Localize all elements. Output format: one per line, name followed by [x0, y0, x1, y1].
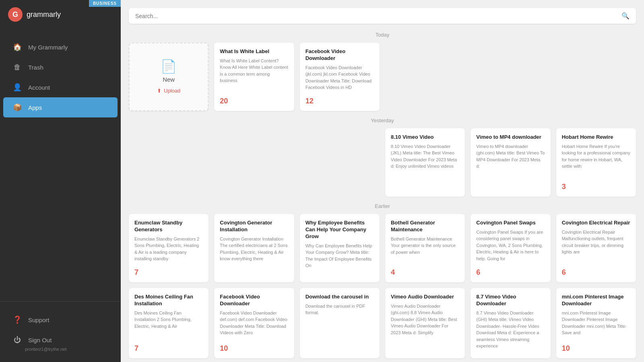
section-yesterday: Yesterday	[129, 117, 636, 123]
earlier-grid-row1: Enumclaw Standby Generators Enumclaw Sta…	[129, 214, 636, 282]
earlier-card-0[interactable]: Enumclaw Standby Generators Enumclaw Sta…	[129, 214, 208, 282]
business-badge: BUSINESS	[89, 0, 121, 7]
yesterday-card-2[interactable]: Hobart Home Rewire Hobart Home Rewire If…	[556, 128, 636, 197]
new-label: New	[163, 76, 175, 83]
earlier-card-3[interactable]: Bothell Generator Maintenance Bothell Ge…	[385, 214, 465, 282]
card-title: Facebook Video Downloader	[220, 294, 288, 307]
card-body: Covington Panel Swaps If you are conside…	[476, 229, 545, 265]
earlier-card-1[interactable]: Covington Generator Installation Covingt…	[214, 214, 294, 282]
sidebar-label-trash: Trash	[28, 64, 43, 71]
card-count: 7	[134, 268, 203, 277]
card-body: Des Moines Ceiling Fan Installation 2 So…	[134, 310, 203, 341]
upload-button[interactable]: ⬆ Today Upload	[157, 88, 180, 94]
today-card-0[interactable]: What Is White Label What Is White Label …	[214, 43, 294, 111]
card-body: Bothell Generator Maintenance Your gener…	[391, 236, 459, 265]
card-body: Covington Generator Installation The cer…	[220, 236, 288, 274]
today-card-1[interactable]: Facebook Video Downloader Facebook Video…	[300, 43, 380, 111]
card-title: Vimeo to MP4 downloader	[476, 134, 545, 141]
sidebar-item-support[interactable]: ❓ Support	[3, 310, 118, 330]
sidebar-nav: 🏠 My Grammarly 🗑 Trash 👤 Account 📦 Apps	[0, 29, 121, 301]
earlier-card-r2-5[interactable]: mni.com Pinterest Image Downloader mni.c…	[556, 288, 636, 358]
card-title: Bothell Generator Maintenance	[391, 220, 459, 233]
card-title: Hobart Home Rewire	[562, 134, 630, 141]
earlier-card-4[interactable]: Covington Panel Swaps Covington Panel Sw…	[471, 214, 550, 282]
card-body: Download the carousel in PDF format.	[305, 303, 374, 350]
sidebar-item-account[interactable]: 👤 Account	[3, 77, 118, 97]
sidebar-label-account: Account	[28, 84, 50, 91]
card-body: Facebook Video Downloader def.com) def.c…	[220, 310, 288, 341]
earlier-card-r2-3[interactable]: Vimeo Audio Downloader Vimeo Audio Downl…	[385, 288, 465, 358]
sidebar-label-support: Support	[28, 317, 50, 323]
new-card[interactable]: 📄 New ⬆ Today Upload	[129, 43, 208, 111]
section-earlier: Earlier	[129, 203, 636, 209]
new-document-icon: 📄	[161, 60, 177, 73]
sidebar-bottom: ❓ Support ⏻ Sign Out proriterz1@trythe.n…	[0, 301, 121, 362]
card-count: 12	[305, 97, 374, 105]
card-body: Vimeo to MP4 downloader (ghi.com) Meta t…	[476, 143, 545, 188]
card-count: 3	[562, 183, 630, 191]
sidebar-label-sign-out: Sign Out	[28, 337, 52, 343]
logo-icon: G	[8, 7, 23, 22]
card-count: 7	[134, 344, 203, 353]
card-title: Facebook Video Downloader	[305, 48, 374, 62]
user-email: proriterz1@trythe.net	[0, 346, 121, 354]
earlier-card-r2-4[interactable]: 8.7 Vimeo Video Downloader 8.7 Vimeo Vid…	[471, 288, 550, 358]
earlier-card-r2-1[interactable]: Facebook Video Downloader Facebook Video…	[214, 288, 294, 358]
apps-icon: 📦	[13, 103, 22, 112]
sign-out-icon: ⏻	[13, 335, 22, 344]
card-title: Covington Panel Swaps	[476, 220, 545, 226]
card-count: 10	[562, 344, 630, 353]
search-icon: 🔍	[621, 12, 630, 20]
card-count: 10	[220, 344, 288, 353]
card-count: 20	[220, 97, 288, 105]
card-body: Why Can Employee Benefits Help Your Comp…	[305, 243, 374, 274]
earlier-grid-row2: Des Moines Ceiling Fan Installation Des …	[129, 288, 636, 358]
sidebar-label-my-grammarly: My Grammarly	[28, 44, 68, 51]
card-body: Vimeo Audio Downloader (ghi.com) 8.8 Vim…	[391, 303, 459, 350]
card-body: 8.10 Vimeo Video Downloader (JKL) Meta t…	[391, 143, 459, 188]
earlier-card-r2-2[interactable]: Download the carousel in Download the ca…	[300, 288, 380, 358]
home-icon: 🏠	[13, 43, 22, 51]
sidebar-label-apps: Apps	[28, 104, 42, 111]
card-title: 8.7 Vimeo Video Downloader	[476, 294, 545, 307]
section-today: Today	[129, 32, 636, 38]
search-input[interactable]	[135, 13, 621, 19]
sidebar: BUSINESS G grammarly 🏠 My Grammarly 🗑 Tr…	[0, 0, 121, 362]
card-title: 8.10 Vimeo Video	[391, 134, 459, 141]
card-title: Download the carousel in	[305, 294, 374, 300]
yesterday-card-0[interactable]: 8.10 Vimeo Video 8.10 Vimeo Video Downlo…	[385, 128, 465, 197]
sidebar-item-my-grammarly[interactable]: 🏠 My Grammarly	[3, 37, 118, 57]
earlier-card-2[interactable]: Why Employee Benefits Can Help Your Comp…	[300, 214, 380, 282]
earlier-card-r2-0[interactable]: Des Moines Ceiling Fan Installation Des …	[129, 288, 208, 358]
card-title: Why Employee Benefits Can Help Your Comp…	[305, 220, 374, 240]
today-grid: 📄 New ⬆ Today Upload What Is White Label…	[129, 43, 636, 111]
earlier-card-5[interactable]: Covington Electrical Repair Covington El…	[556, 214, 636, 282]
card-body: What Is White Label Content? Know All He…	[220, 58, 288, 94]
upload-icon: ⬆	[157, 88, 161, 94]
card-body: Facebook Video Downloader (jkl.com) jkl.…	[305, 64, 374, 94]
card-title: Enumclaw Standby Generators	[134, 220, 203, 233]
search-bar: 🔍	[129, 8, 636, 24]
card-body: Covington Electrical Repair Malfunctioni…	[562, 229, 630, 265]
card-title: What Is White Label	[220, 48, 288, 55]
trash-icon: 🗑	[13, 63, 22, 72]
main-content: 🔍 Today 📄 New ⬆ Today Upload What Is Whi…	[121, 0, 644, 362]
card-count: 4	[391, 268, 459, 277]
card-count: 6	[562, 268, 630, 277]
account-icon: 👤	[13, 83, 22, 92]
card-body: 8.7 Vimeo Video Downloader (GHI) Meta ti…	[476, 310, 545, 350]
support-icon: ❓	[13, 315, 22, 324]
card-title: Covington Electrical Repair	[562, 220, 630, 226]
card-title: Vimeo Audio Downloader	[391, 294, 459, 300]
card-title: mni.com Pinterest Image Downloader	[562, 294, 630, 307]
card-body: Enumclaw Standby Generators 2 Sons Plumb…	[134, 236, 203, 265]
card-title: Covington Generator Installation	[220, 220, 288, 233]
yesterday-card-1[interactable]: Vimeo to MP4 downloader Vimeo to MP4 dow…	[471, 128, 550, 197]
card-body: mni.com Pinterest Image Downloader Pinte…	[562, 310, 630, 341]
sidebar-item-trash[interactable]: 🗑 Trash	[3, 57, 118, 77]
yesterday-grid: 8.10 Vimeo Video 8.10 Vimeo Video Downlo…	[129, 128, 636, 197]
card-count: 6	[476, 268, 545, 277]
logo-text: grammarly	[27, 10, 61, 19]
card-body: Hobart Home Rewire If you're looking for…	[562, 143, 630, 179]
sidebar-item-apps[interactable]: 📦 Apps	[3, 97, 118, 117]
